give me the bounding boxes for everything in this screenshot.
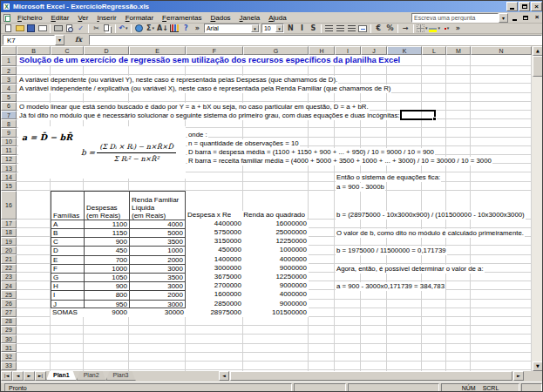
row-header-11[interactable]: 11: [1, 146, 17, 155]
question-dropdown-icon[interactable]: ▾: [499, 13, 508, 23]
horizontal-scroll-thumb[interactable]: [230, 371, 512, 381]
table-row-j-despesa[interactable]: 950: [84, 300, 129, 308]
tab-scroll-prev-icon[interactable]: ◄: [12, 371, 24, 381]
minimize-button[interactable]: [506, 2, 518, 11]
table-totals-despesa[interactable]: 9000: [84, 308, 129, 317]
sheet-grid[interactable]: Solução de um exercício de regressão sem…: [17, 55, 532, 371]
table-row-h-despesa[interactable]: 900: [84, 281, 129, 290]
table-row-e-quadrado[interactable]: 4000000: [243, 255, 309, 264]
bold-button[interactable]: N: [285, 24, 296, 33]
row-header-16[interactable]: 16: [1, 191, 17, 220]
table-header-quadrado[interactable]: Renda ao quadrado: [231, 211, 307, 220]
align-center-icon[interactable]: [335, 24, 346, 33]
column-header-b[interactable]: B: [17, 46, 51, 55]
row-header-22[interactable]: 22: [1, 264, 17, 273]
more-format-buttons-icon[interactable]: »: [452, 24, 464, 33]
menu-editar[interactable]: Editar: [46, 12, 73, 24]
font-name-select[interactable]: Arial▾: [204, 24, 260, 33]
menu-ficheiro[interactable]: Ficheiro: [13, 12, 46, 24]
row-header-29[interactable]: 29: [1, 326, 17, 335]
italic-button[interactable]: I: [296, 24, 308, 33]
note-row-15[interactable]: a = 900 - 3000b: [336, 183, 385, 192]
menu-formatar[interactable]: Formatar: [121, 12, 158, 24]
table-header-despesas[interactable]: Despesas(em Reais): [84, 191, 129, 220]
close-button[interactable]: ×: [531, 2, 542, 11]
workbook-icon[interactable]: [3, 14, 10, 22]
row-header-19[interactable]: 19: [1, 237, 17, 246]
table-row-g-familia[interactable]: G: [51, 273, 84, 281]
column-header-l[interactable]: L: [422, 46, 446, 55]
currency-icon[interactable]: €: [373, 24, 384, 33]
table-row-c-produto[interactable]: 3150000: [186, 237, 243, 246]
question-input[interactable]: [411, 13, 499, 23]
tab-scroll-last-icon[interactable]: ►|: [35, 371, 46, 381]
selected-cell-k7[interactable]: [400, 110, 436, 120]
table-row-e-familia[interactable]: E: [51, 255, 84, 264]
note-row-22[interactable]: Agora, então, é possível determinar o va…: [336, 265, 485, 274]
cell-b4[interactable]: A variável independente / explicativa (o…: [18, 84, 391, 93]
table-row-j-quadrado[interactable]: 9000000: [243, 300, 309, 308]
sheet-tab-plan2[interactable]: Plan2: [77, 371, 106, 381]
sheet-tab-plan1[interactable]: Plan1: [46, 371, 77, 381]
scroll-up-icon[interactable]: ▲: [533, 46, 543, 56]
table-row-b-renda[interactable]: 5000: [129, 228, 186, 237]
table-row-d-familia[interactable]: D: [51, 246, 84, 254]
table-row-g-despesa[interactable]: 1050: [84, 273, 129, 281]
doc-minimize-button[interactable]: [509, 13, 519, 23]
row-header-7[interactable]: 7: [1, 111, 17, 119]
row-header-17[interactable]: 17: [1, 220, 17, 228]
cell-n-def[interactable]: n = quantidade de observações = 10: [187, 139, 300, 148]
table-row-c-familia[interactable]: C: [51, 237, 84, 246]
align-right-icon[interactable]: [346, 24, 357, 33]
table-row-b-familia[interactable]: B: [51, 228, 84, 237]
row-header-8[interactable]: 8: [1, 119, 17, 128]
table-row-c-quadrado[interactable]: 12250000: [243, 237, 309, 246]
menu-ver[interactable]: Ver: [73, 12, 92, 24]
row-header-1[interactable]: 1: [1, 55, 17, 66]
menu-janela[interactable]: Janela: [235, 12, 265, 24]
table-row-a-produto[interactable]: 4400000: [186, 220, 243, 228]
table-row-d-quadrado[interactable]: 1000000: [243, 246, 309, 254]
more-buttons-icon[interactable]: »: [192, 24, 203, 33]
row-header-26[interactable]: 26: [1, 299, 17, 308]
table-row-h-renda[interactable]: 3000: [129, 281, 186, 290]
equation-object[interactable]: a = D̄ − bR̄ b = (Σ Dᵢ × Rᵢ) − n×R̄×D̄ Σ…: [18, 126, 186, 179]
name-box[interactable]: K7: [3, 35, 55, 45]
borders-icon[interactable]: ▾: [416, 24, 429, 33]
row-header-12[interactable]: 12: [1, 155, 17, 164]
font-size-select[interactable]: 10▾: [261, 24, 284, 33]
open-icon[interactable]: [14, 24, 25, 33]
row-header-3[interactable]: 3: [1, 75, 17, 84]
table-row-i-renda[interactable]: 2000: [129, 290, 186, 299]
menu-dados[interactable]: Dados: [206, 12, 234, 24]
row-header-21[interactable]: 21: [1, 254, 17, 263]
table-row-b-quadrado[interactable]: 25000000: [243, 228, 309, 237]
column-header-f[interactable]: F: [186, 46, 243, 55]
column-header-d[interactable]: D: [84, 46, 129, 55]
row-header-20[interactable]: 20: [1, 246, 17, 254]
table-row-i-produto[interactable]: 1600000: [186, 290, 243, 299]
row-header-15[interactable]: 15: [1, 181, 17, 190]
row-header-31[interactable]: 31: [1, 343, 17, 352]
row-header-32[interactable]: 32: [1, 352, 17, 361]
row-header-4[interactable]: 4: [1, 84, 17, 92]
select-all-corner[interactable]: [1, 46, 17, 55]
table-row-g-quadrado[interactable]: 12250000: [243, 273, 309, 281]
scroll-left-icon[interactable]: ◄: [219, 371, 229, 381]
merge-center-icon[interactable]: [357, 24, 369, 33]
font-color-icon[interactable]: ▾: [441, 24, 452, 33]
table-row-d-renda[interactable]: 1000: [129, 246, 186, 254]
formula-input[interactable]: [89, 35, 542, 45]
table-row-f-quadrado[interactable]: 9000000: [243, 264, 309, 273]
column-header-e[interactable]: E: [129, 46, 186, 55]
sort-ascending-icon[interactable]: A↓: [156, 24, 169, 33]
table-row-a-quadrado[interactable]: 16000000: [243, 220, 309, 228]
cut-icon[interactable]: ✂: [91, 24, 102, 33]
indent-icon[interactable]: →: [400, 24, 411, 33]
note-row-20[interactable]: b = 1975000 / 11500000 = 0,171739: [336, 247, 447, 255]
table-row-a-familia[interactable]: A: [51, 220, 84, 228]
table-row-j-produto[interactable]: 2850000: [186, 300, 243, 308]
hyperlink-icon[interactable]: [133, 24, 145, 33]
column-header-j[interactable]: J: [361, 46, 387, 55]
table-header-familias[interactable]: Famílias: [51, 191, 84, 220]
